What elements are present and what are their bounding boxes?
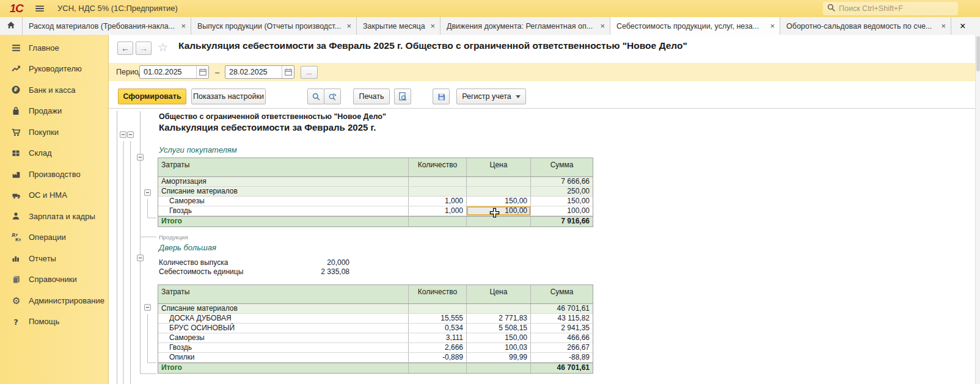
collapse-button[interactable]	[120, 131, 126, 138]
sidebar-item-справочники[interactable]: Справочники	[0, 269, 108, 291]
forward-button[interactable]: →	[136, 42, 152, 55]
scrollbar-thumb[interactable]	[976, 36, 980, 71]
quantity-cell[interactable]	[409, 217, 467, 226]
period-from-input[interactable]: 01.02.2025	[139, 65, 209, 79]
quantity-cell[interactable]: 15,555	[409, 314, 467, 323]
sidebar-item-администрирование[interactable]: ⚙Администрирование	[0, 290, 108, 311]
period-more-button[interactable]: ...	[301, 66, 318, 79]
quantity-cell[interactable]	[409, 177, 467, 186]
tab-close-icon[interactable]: ×	[181, 21, 186, 31]
column-header[interactable]: Сумма	[531, 158, 593, 176]
quantity-cell[interactable]	[409, 187, 467, 196]
column-header[interactable]: Цена	[467, 158, 531, 176]
table-row[interactable]: Амортизация7 666,66	[158, 177, 593, 187]
column-header[interactable]: Сумма	[531, 285, 593, 303]
table-row[interactable]: Гвоздь2,666100,03266,67	[158, 343, 593, 353]
tab-close-icon[interactable]: ×	[941, 21, 946, 31]
sidebar-item-продажи[interactable]: Продажи	[0, 101, 108, 122]
tab-1[interactable]: Выпуск продукции (Отчеты производст...×	[191, 17, 357, 35]
sum-cell[interactable]: 150,00	[531, 197, 593, 206]
search-in-report-button[interactable]	[307, 89, 324, 104]
cost-item-cell[interactable]: Гвоздь	[158, 343, 409, 352]
cost-item-cell[interactable]: Саморезы	[158, 197, 409, 206]
show-settings-button[interactable]: Показать настройки	[191, 89, 266, 104]
sum-cell[interactable]: 46 701,61	[531, 363, 593, 373]
sidebar-item-ос-и-нма[interactable]: ОС и НМА	[0, 185, 108, 206]
column-header[interactable]: Количество	[409, 158, 467, 176]
sum-cell[interactable]: 466,66	[531, 333, 593, 342]
sidebar-item-главное[interactable]: Главное	[0, 37, 108, 59]
tab-partial[interactable]: ×	[951, 17, 980, 35]
sidebar-item-склад[interactable]: Склад	[0, 143, 108, 164]
quantity-cell[interactable]: 0,534	[409, 324, 467, 333]
cost-item-cell[interactable]: Амортизация	[158, 177, 409, 186]
sum-cell[interactable]: 250,00	[531, 187, 593, 196]
print-preview-button[interactable]	[394, 89, 411, 104]
price-cell[interactable]	[467, 177, 531, 186]
tab-2[interactable]: Закрытие месяца×	[357, 17, 441, 35]
tab-4[interactable]: Себестоимость продукции, услуг, неза...×	[610, 17, 780, 35]
save-button[interactable]	[433, 89, 450, 104]
price-cell[interactable]: 99,99	[467, 353, 531, 362]
collapse-button[interactable]	[127, 131, 134, 138]
cost-item-cell[interactable]: Итого	[158, 363, 409, 373]
tab-close-icon[interactable]: ×	[346, 21, 351, 31]
price-cell[interactable]	[467, 363, 531, 373]
global-search-input[interactable]: Поиск Ctrl+Shift+F	[823, 2, 958, 15]
sum-cell[interactable]: 266,67	[531, 343, 593, 352]
sidebar-item-покупки[interactable]: Покупки	[0, 121, 108, 143]
tab-close-icon[interactable]: ×	[430, 21, 435, 31]
collapse-button[interactable]	[137, 255, 144, 261]
quantity-cell[interactable]: -0,889	[409, 353, 467, 362]
column-header[interactable]: Затраты	[158, 158, 409, 176]
column-header[interactable]: Затраты	[158, 285, 409, 303]
tab-close-icon[interactable]: ×	[960, 21, 965, 32]
cost-item-cell[interactable]: Списание материалов	[158, 187, 409, 196]
price-cell[interactable]	[467, 304, 531, 313]
price-cell[interactable]: 5 508,15	[467, 324, 531, 333]
price-cell[interactable]	[467, 187, 531, 196]
quantity-cell[interactable]	[409, 304, 467, 313]
price-cell[interactable]: 150,00	[467, 197, 531, 206]
sidebar-item-отчеты[interactable]: Отчеты	[0, 248, 108, 269]
quantity-cell[interactable]: 1,000	[409, 206, 467, 216]
sum-cell[interactable]: 7 916,66	[531, 217, 593, 226]
table-total-row[interactable]: Итого7 916,66	[158, 216, 593, 226]
column-header[interactable]: Количество	[409, 285, 467, 303]
collapse-button[interactable]	[144, 189, 151, 196]
collapse-button[interactable]	[144, 304, 151, 311]
cost-item-cell[interactable]: Гвоздь	[158, 206, 409, 216]
sidebar-item-зарплата-и-кадры[interactable]: Зарплата и кадры	[0, 206, 108, 227]
price-cell[interactable]: 2 771,83	[467, 314, 531, 323]
table-row[interactable]: Списание материалов46 701,61	[158, 304, 593, 314]
calendar-icon[interactable]	[282, 66, 294, 78]
sum-cell[interactable]: -88,89	[531, 353, 593, 362]
tab-close-icon[interactable]: ×	[600, 21, 605, 31]
sidebar-item-руководителю[interactable]: Руководителю	[0, 59, 108, 80]
price-cell[interactable]: 150,00	[467, 333, 531, 342]
sum-cell[interactable]: 43 115,82	[531, 314, 593, 323]
quantity-cell[interactable]: 1,000	[409, 197, 467, 206]
sum-cell[interactable]: 100,00	[531, 206, 593, 216]
print-button[interactable]: Печать	[353, 89, 390, 104]
table-row[interactable]: БРУС ОСИНОВЫЙ0,5345 508,152 941,35	[158, 324, 593, 333]
cost-item-cell[interactable]: БРУС ОСИНОВЫЙ	[158, 324, 409, 333]
tab-3[interactable]: Движения документа: Регламентная оп...×	[441, 17, 610, 35]
cost-item-cell[interactable]: Саморезы	[158, 333, 409, 342]
calendar-icon[interactable]	[196, 66, 208, 78]
cost-item-cell[interactable]: ДОСКА ДУБОВАЯ	[158, 314, 409, 323]
sum-cell[interactable]: 46 701,61	[531, 304, 593, 313]
home-tab[interactable]	[0, 17, 23, 35]
quantity-cell[interactable]: 3,111	[409, 333, 467, 342]
price-cell[interactable]: 100,03	[467, 343, 531, 352]
favorite-star-icon[interactable]: ☆	[158, 40, 168, 54]
cost-item-cell[interactable]: Списание материалов	[158, 304, 409, 313]
sidebar-item-помощь[interactable]: ?Помощь	[0, 311, 108, 333]
table-row[interactable]: Списание материалов250,00	[158, 187, 593, 197]
period-to-input[interactable]: 28.02.2025	[225, 65, 294, 79]
table-row[interactable]: Саморезы3,111150,00466,66	[158, 333, 593, 343]
generate-button[interactable]: Сформировать	[118, 89, 186, 104]
register-dropdown-button[interactable]: Регистр учета	[456, 89, 526, 104]
collapse-button[interactable]	[137, 154, 144, 161]
cost-item-cell[interactable]: Опилки	[158, 353, 409, 362]
